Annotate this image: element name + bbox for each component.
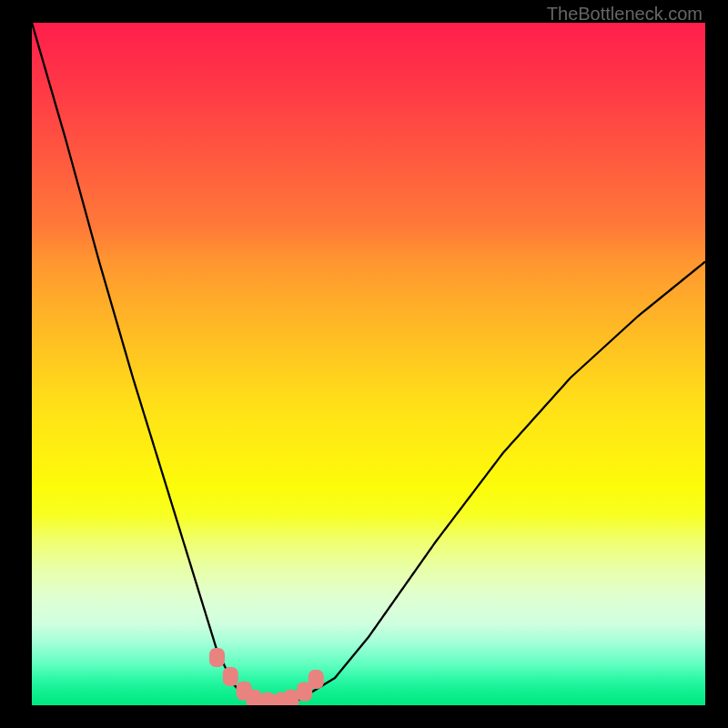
data-marker bbox=[260, 693, 276, 705]
bottleneck-curve bbox=[32, 23, 705, 705]
watermark-text: TheBottleneck.com bbox=[547, 4, 703, 25]
data-marker bbox=[209, 648, 225, 667]
data-marker bbox=[223, 667, 238, 686]
data-marker bbox=[308, 670, 324, 689]
data-marker bbox=[283, 690, 298, 705]
chart-svg bbox=[32, 23, 705, 705]
data-marker bbox=[247, 690, 262, 705]
chart-plot-area bbox=[32, 23, 705, 705]
